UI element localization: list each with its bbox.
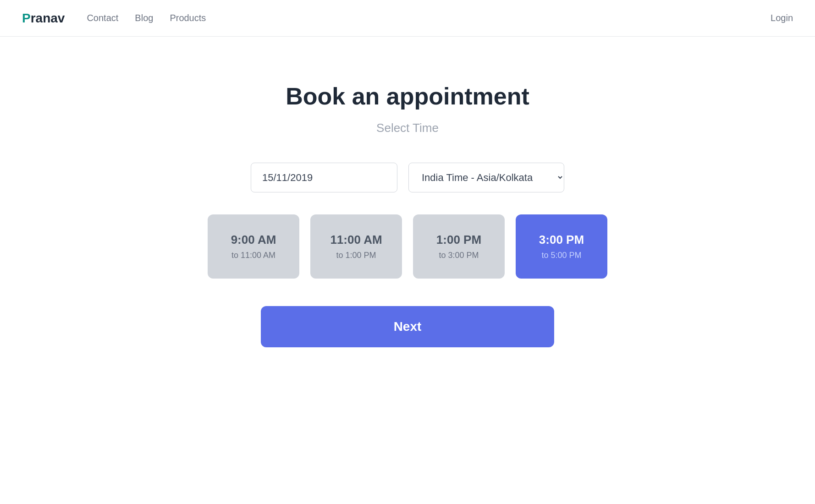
slot-3pm-end: to 5:00 PM bbox=[541, 251, 581, 260]
slot-3pm-start: 3:00 PM bbox=[539, 233, 584, 247]
slot-11am-end: to 1:00 PM bbox=[336, 251, 376, 260]
navbar: Pranav Contact Blog Products Login bbox=[0, 0, 815, 37]
controls-row: 15/11/2019 India Time - Asia/KolkataUTCU… bbox=[251, 163, 564, 192]
date-month: 11/ bbox=[276, 172, 291, 184]
page-subtitle: Select Time bbox=[376, 121, 439, 135]
slot-9am-end: to 11:00 AM bbox=[231, 251, 275, 260]
date-field[interactable]: 15/11/2019 bbox=[251, 163, 397, 192]
slot-1pm-end: to 3:00 PM bbox=[439, 251, 479, 260]
nav-blog[interactable]: Blog bbox=[135, 13, 153, 23]
slot-11am[interactable]: 11:00 AM to 1:00 PM bbox=[310, 214, 402, 279]
slot-9am-start: 9:00 AM bbox=[231, 233, 276, 247]
nav-contact[interactable]: Contact bbox=[87, 13, 118, 23]
slot-1pm[interactable]: 1:00 PM to 3:00 PM bbox=[413, 214, 505, 279]
page-title: Book an appointment bbox=[286, 82, 529, 110]
slot-1pm-start: 1:00 PM bbox=[436, 233, 481, 247]
timezone-select[interactable]: India Time - Asia/KolkataUTCUS/EasternUS… bbox=[408, 163, 564, 192]
date-day: 15/ bbox=[262, 172, 276, 184]
logo[interactable]: Pranav bbox=[22, 11, 87, 26]
slot-9am[interactable]: 9:00 AM to 11:00 AM bbox=[208, 214, 299, 279]
date-year: 2019 bbox=[290, 172, 313, 184]
logo-p: P bbox=[22, 11, 31, 25]
login-link[interactable]: Login bbox=[771, 13, 793, 23]
next-button[interactable]: Next bbox=[261, 306, 554, 347]
main-content: Book an appointment Select Time 15/11/20… bbox=[0, 37, 815, 347]
logo-rest: ranav bbox=[31, 11, 65, 25]
time-slots-container: 9:00 AM to 11:00 AM 11:00 AM to 1:00 PM … bbox=[208, 214, 607, 279]
nav-links: Contact Blog Products bbox=[87, 13, 771, 23]
slot-11am-start: 11:00 AM bbox=[330, 233, 382, 247]
slot-3pm[interactable]: 3:00 PM to 5:00 PM bbox=[516, 214, 607, 279]
nav-products[interactable]: Products bbox=[170, 13, 206, 23]
